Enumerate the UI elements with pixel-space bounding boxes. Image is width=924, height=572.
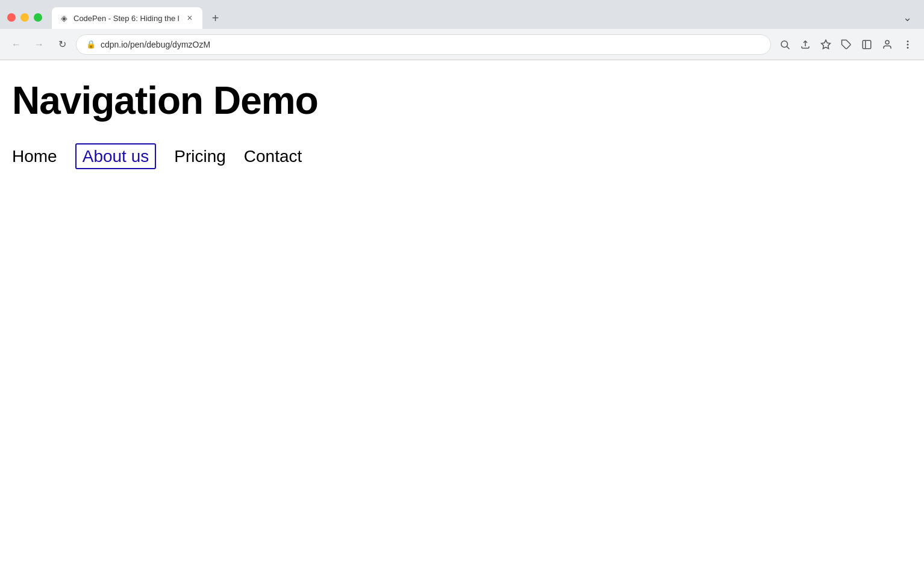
refresh-button[interactable]: ↻ xyxy=(53,36,71,54)
svg-point-8 xyxy=(907,41,908,42)
lock-icon: 🔒 xyxy=(86,40,96,49)
svg-point-10 xyxy=(907,47,908,48)
title-bar: ◈ CodePen - Step 6: Hiding the l ✕ + ⌄ xyxy=(0,0,924,29)
sidebar-icon xyxy=(861,39,872,50)
nav-menu-list: Home About us Pricing Contact xyxy=(12,147,912,166)
bookmark-button[interactable] xyxy=(817,36,835,54)
address-bar[interactable]: 🔒 xyxy=(76,34,771,55)
tab-dropdown-button[interactable]: ⌄ xyxy=(898,8,917,26)
nav-item-home: Home xyxy=(12,147,57,166)
maximize-window-button[interactable] xyxy=(34,13,42,22)
nav-item-about: About us xyxy=(75,147,157,166)
nav-actions xyxy=(776,36,917,54)
share-icon xyxy=(800,39,811,50)
nav-item-contact: Contact xyxy=(244,147,302,166)
minimize-window-button[interactable] xyxy=(20,13,29,22)
sidebar-button[interactable] xyxy=(858,36,876,54)
svg-marker-3 xyxy=(822,40,831,48)
tab-close-button[interactable]: ✕ xyxy=(184,13,195,23)
svg-point-7 xyxy=(885,40,889,44)
page-title: Navigation Demo xyxy=(12,78,912,123)
nav-link-home[interactable]: Home xyxy=(12,147,57,166)
nav-link-contact[interactable]: Contact xyxy=(244,147,302,166)
active-tab[interactable]: ◈ CodePen - Step 6: Hiding the l ✕ xyxy=(52,7,202,29)
svg-rect-5 xyxy=(863,40,871,49)
tabs-bar: ◈ CodePen - Step 6: Hiding the l ✕ + ⌄ xyxy=(52,6,917,29)
more-icon xyxy=(902,39,913,50)
profile-button[interactable] xyxy=(878,36,896,54)
svg-point-9 xyxy=(907,44,908,45)
search-icon xyxy=(779,39,790,50)
new-tab-button[interactable]: + xyxy=(207,10,224,26)
close-window-button[interactable] xyxy=(7,13,16,22)
share-button[interactable] xyxy=(796,36,814,54)
back-button[interactable]: ← xyxy=(7,36,25,54)
puzzle-icon xyxy=(841,39,852,50)
star-icon xyxy=(820,39,831,50)
extensions-button[interactable] xyxy=(837,36,855,54)
browser-chrome: ◈ CodePen - Step 6: Hiding the l ✕ + ⌄ ←… xyxy=(0,0,924,60)
forward-button[interactable]: → xyxy=(30,36,48,54)
tab-favicon-icon: ◈ xyxy=(59,13,69,23)
tab-title: CodePen - Step 6: Hiding the l xyxy=(73,14,179,23)
nav-link-pricing[interactable]: Pricing xyxy=(174,147,226,166)
search-button[interactable] xyxy=(776,36,794,54)
svg-point-0 xyxy=(781,41,788,48)
svg-line-1 xyxy=(787,46,789,49)
url-input[interactable] xyxy=(101,40,761,49)
more-button[interactable] xyxy=(899,36,917,54)
profile-icon xyxy=(882,39,893,50)
window-controls xyxy=(7,13,42,22)
navigation-menu: Home About us Pricing Contact xyxy=(12,147,912,166)
nav-link-about[interactable]: About us xyxy=(75,143,157,169)
page-content: Navigation Demo Home About us Pricing Co… xyxy=(0,60,924,572)
nav-item-pricing: Pricing xyxy=(174,147,226,166)
navigation-bar: ← → ↻ 🔒 xyxy=(0,29,924,60)
